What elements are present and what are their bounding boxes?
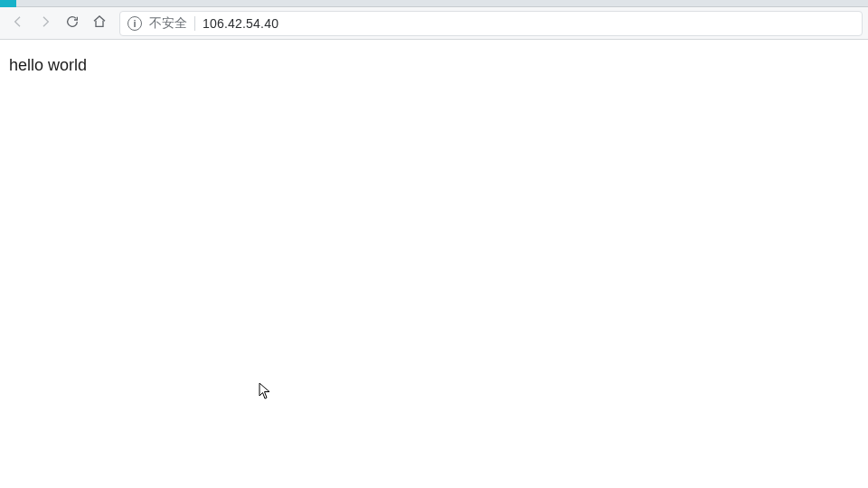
reload-button[interactable] xyxy=(60,11,85,36)
security-label: 不安全 xyxy=(149,15,187,32)
forward-button[interactable] xyxy=(33,11,58,36)
page-content: hello world xyxy=(0,40,868,91)
back-arrow-icon xyxy=(11,14,25,33)
page-body-text: hello world xyxy=(9,56,87,74)
reload-icon xyxy=(65,14,80,33)
tab-strip[interactable] xyxy=(0,0,868,7)
info-icon: i xyxy=(127,16,142,31)
url-text: 106.42.54.40 xyxy=(203,16,278,31)
address-bar[interactable]: i 不安全 106.42.54.40 xyxy=(119,11,863,36)
back-button[interactable] xyxy=(5,11,31,36)
omnibox-divider xyxy=(194,16,195,31)
active-tab-indicator xyxy=(0,0,16,7)
home-button[interactable] xyxy=(87,11,112,36)
home-icon xyxy=(92,14,107,33)
browser-toolbar: i 不安全 106.42.54.40 xyxy=(0,7,868,40)
mouse-cursor-icon xyxy=(259,382,271,400)
forward-arrow-icon xyxy=(38,14,52,33)
